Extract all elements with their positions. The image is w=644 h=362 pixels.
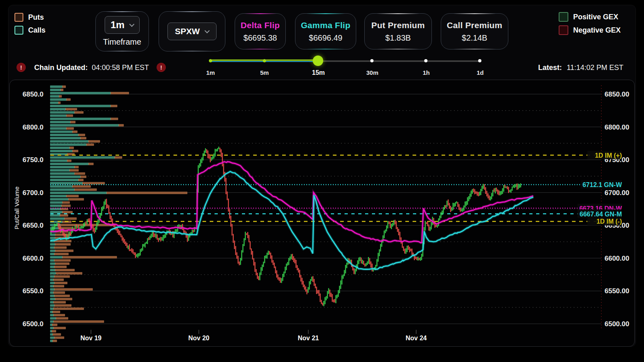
svg-text:6550.0: 6550.0	[23, 287, 43, 295]
svg-text:6700.0: 6700.0	[23, 189, 43, 197]
svg-text:6550.00: 6550.00	[605, 287, 629, 295]
y-axis-title: Put/Call Volume	[13, 187, 20, 230]
svg-text:6850.0: 6850.0	[23, 90, 43, 98]
gridlines	[50, 85, 601, 329]
svg-text:Nov 19: Nov 19	[80, 335, 102, 341]
svg-text:6600.00: 6600.00	[605, 255, 629, 262]
svg-text:Nov 21: Nov 21	[298, 335, 319, 341]
svg-text:Nov 24: Nov 24	[406, 335, 427, 341]
svg-text:6700.00: 6700.00	[605, 189, 629, 197]
svg-text:1D IM (+): 1D IM (+)	[595, 152, 622, 159]
flip-lines	[50, 162, 533, 269]
svg-text:6800.0: 6800.0	[23, 123, 43, 131]
svg-text:6600.0: 6600.0	[23, 255, 43, 262]
svg-text:6500.0: 6500.0	[23, 320, 43, 328]
svg-text:Nov 20: Nov 20	[188, 335, 210, 341]
svg-text:6800.00: 6800.00	[605, 123, 629, 131]
svg-text:6500.00: 6500.00	[605, 320, 629, 328]
svg-text:6650.0: 6650.0	[23, 222, 43, 229]
svg-text:6667.64 GN-M: 6667.64 GN-M	[580, 211, 622, 218]
svg-text:6850.00: 6850.00	[605, 90, 629, 98]
chart-canvas[interactable]: 6850.06850.006800.06800.006750.06750.006…	[0, 0, 644, 362]
svg-text:1D IM (-): 1D IM (-)	[597, 218, 622, 225]
svg-text:6712.1 GN-W: 6712.1 GN-W	[582, 181, 622, 188]
svg-text:6750.0: 6750.0	[23, 156, 43, 164]
